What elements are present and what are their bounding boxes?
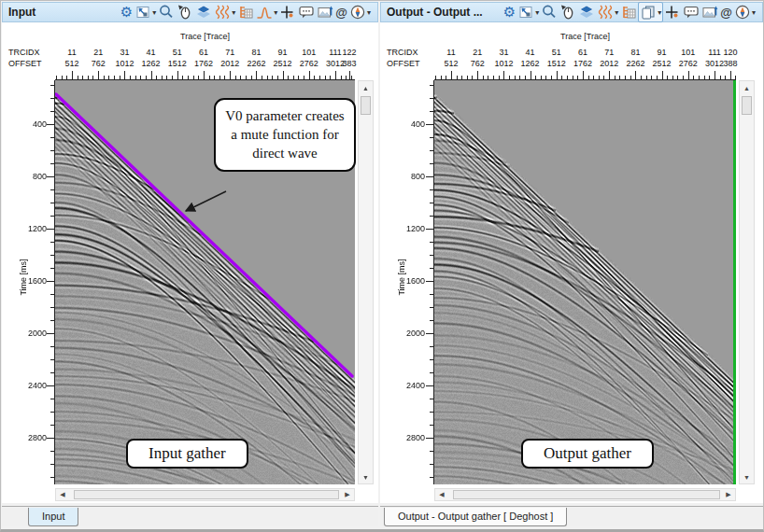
scroll-left-icon[interactable]: ◀: [435, 489, 448, 500]
trace-axis-title: Trace [Trace]: [560, 32, 610, 41]
offset-value: 2012: [220, 59, 239, 68]
dropdown-caret-icon: ▾: [535, 8, 539, 17]
wiggle-display-button[interactable]: ▾: [213, 3, 236, 21]
comment-bubble-button[interactable]: [682, 3, 700, 21]
vertical-scrollbar[interactable]: ▲ ▼: [739, 80, 755, 484]
time-tick-label: 2800: [388, 433, 425, 442]
mute-annotation-callout[interactable]: V0 parameter creates a mute function for…: [214, 98, 356, 172]
scroll-down-icon[interactable]: ▼: [740, 470, 754, 483]
input-gather-label[interactable]: Input gather: [126, 439, 248, 469]
pan-mouse-button[interactable]: [176, 3, 194, 21]
trcidx-value: 81: [251, 48, 261, 57]
zoom-magnifier-icon: [541, 4, 558, 21]
offset-value: 388: [723, 59, 737, 68]
panel-title: Input: [8, 6, 35, 19]
offset-value: 2262: [247, 59, 265, 68]
trcidx-value: 111: [708, 48, 721, 57]
crosshair-pick-icon: [279, 4, 296, 21]
dropdown-caret-icon: ▾: [658, 8, 661, 17]
zoom-magnifier-button[interactable]: [157, 3, 176, 21]
comment-bubble-button[interactable]: [297, 3, 316, 21]
layers-button[interactable]: [194, 3, 213, 21]
input-panel-titlebar: Input ⚙▾▾▾@▾: [2, 2, 378, 22]
export-image-button[interactable]: [700, 3, 719, 21]
trcidx-value: 71: [604, 48, 614, 57]
offset-value: 1262: [521, 59, 540, 68]
histogram-gain-icon: [256, 4, 273, 21]
offset-value: 3012: [705, 59, 724, 68]
histogram-gain-button[interactable]: ▾: [255, 3, 278, 21]
horizontal-scroll-thumb[interactable]: [453, 490, 720, 499]
trace-marker-line[interactable]: [733, 80, 736, 484]
trcidx-value: 101: [681, 48, 695, 57]
tab-input[interactable]: Input: [28, 508, 78, 526]
scroll-left-icon[interactable]: ◀: [56, 489, 69, 500]
dropdown-caret-icon: ▾: [367, 8, 371, 17]
trace-header: Trace [Trace] TRCIDX OFFSET 112131415161…: [380, 22, 763, 80]
offset-value: 1262: [142, 59, 161, 68]
density-comb-button[interactable]: [619, 3, 638, 21]
crosshair-pick-button[interactable]: [663, 3, 682, 21]
output-gather-label[interactable]: Output gather: [521, 439, 654, 469]
settings-gear-button[interactable]: ⚙: [502, 3, 516, 21]
scroll-up-icon[interactable]: ▲: [740, 81, 754, 94]
scroll-down-icon[interactable]: ▼: [359, 470, 373, 483]
time-tick-label: 400: [9, 119, 47, 129]
crosshair-pick-icon: [664, 4, 681, 21]
at-annotation-button[interactable]: @: [334, 3, 348, 21]
pan-mouse-button[interactable]: [559, 3, 577, 21]
pages-view-button[interactable]: ▾: [638, 2, 663, 22]
offset-value: 762: [471, 59, 485, 68]
plot-overlay: Output gather: [434, 80, 736, 484]
tab-output[interactable]: Output - Output gather [ Deghost ]: [384, 508, 567, 526]
layers-button[interactable]: [577, 3, 596, 21]
trcidx-value: 111: [329, 48, 342, 57]
scroll-right-icon[interactable]: ▶: [341, 489, 354, 500]
settings-gear-button[interactable]: ⚙: [120, 3, 134, 21]
pan-mouse-icon: [559, 4, 576, 21]
time-tick-label: 800: [388, 172, 425, 181]
export-image-button[interactable]: [316, 3, 334, 21]
trcidx-value: 11: [67, 48, 76, 57]
offset-value: 1762: [194, 59, 213, 68]
vertical-scroll-thumb[interactable]: [361, 96, 371, 115]
pages-view-icon: [640, 4, 657, 21]
zoom-magnifier-button[interactable]: [540, 3, 559, 21]
trcidx-row-label: TRCIDX: [387, 48, 418, 57]
fit-view-button[interactable]: ▾: [134, 3, 157, 21]
offset-value: 2512: [653, 59, 672, 68]
time-tick-label: 2800: [9, 433, 47, 442]
horizontal-scroll-thumb[interactable]: [74, 490, 339, 499]
comment-bubble-icon: [298, 4, 315, 21]
trcidx-value: 11: [446, 48, 455, 57]
vertical-scrollbar[interactable]: ▲ ▼: [358, 80, 374, 484]
compass-nav-button[interactable]: ▾: [733, 3, 757, 21]
at-annotation-icon: @: [720, 4, 732, 21]
offset-value: 1012: [115, 59, 134, 68]
trcidx-row-label: TRCIDX: [8, 48, 40, 57]
vertical-scroll-thumb[interactable]: [742, 96, 752, 115]
scroll-right-icon[interactable]: ▶: [722, 489, 735, 500]
output-panel-titlebar: Output - Output ... ⚙▾▾▾@▾: [380, 2, 763, 22]
crosshair-pick-button[interactable]: [278, 3, 297, 21]
horizontal-scrollbar[interactable]: ◀ ▶: [55, 488, 355, 501]
scroll-up-icon[interactable]: ▲: [359, 81, 373, 94]
export-image-icon: [701, 4, 718, 21]
offset-value: 1512: [547, 59, 566, 68]
offset-row-label: OFFSET: [387, 59, 420, 68]
compass-nav-button[interactable]: ▾: [348, 3, 372, 21]
trcidx-value: 21: [473, 48, 482, 57]
fit-view-icon: [134, 4, 151, 21]
offset-value: 2762: [300, 59, 318, 68]
time-tick-label: 400: [388, 119, 425, 129]
fit-view-button[interactable]: ▾: [516, 3, 540, 21]
at-annotation-button[interactable]: @: [719, 3, 733, 21]
trcidx-value: 21: [93, 48, 103, 57]
offset-row-label: OFFSET: [8, 59, 42, 68]
panel-bottom-chrome: Input: [2, 503, 378, 526]
wiggle-display-button[interactable]: ▾: [596, 3, 619, 21]
horizontal-scrollbar[interactable]: ◀ ▶: [434, 488, 736, 501]
offset-value: 512: [444, 59, 458, 68]
density-comb-button[interactable]: [236, 3, 255, 21]
trcidx-value: 61: [199, 48, 208, 57]
